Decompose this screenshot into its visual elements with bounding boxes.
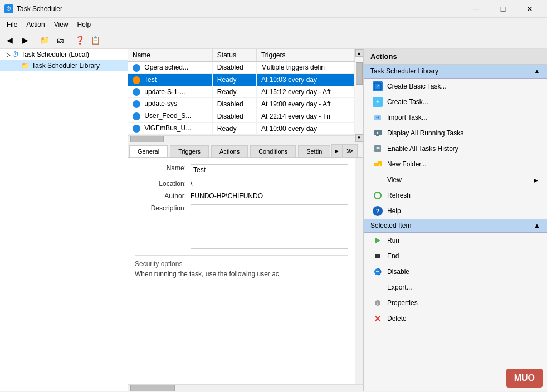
scroll-thumb[interactable] xyxy=(356,62,363,85)
task-list-area[interactable]: Name Status Triggers Opera sched... Disa… xyxy=(128,49,355,135)
window-title: Task Scheduler xyxy=(17,5,62,13)
col-triggers[interactable]: Triggers xyxy=(256,49,354,62)
task-name-cell: ViGEmBus_U... xyxy=(128,122,212,135)
tab-triggers[interactable]: Triggers xyxy=(170,145,209,157)
action-new-folder[interactable]: + New Folder... xyxy=(364,156,547,172)
tree-item-root-label: Task Scheduler (Local) xyxy=(21,51,89,58)
action-run[interactable]: Run xyxy=(364,233,547,248)
maximize-button[interactable]: □ xyxy=(490,1,516,17)
task-list-vscrollbar[interactable]: ▲ ▼ xyxy=(355,49,363,142)
name-input[interactable] xyxy=(191,164,348,175)
security-text: When running the task, use the following… xyxy=(135,270,348,278)
toolbar-separator-2 xyxy=(70,35,70,46)
task-trigger-cell: Multiple triggers defin xyxy=(256,62,354,74)
tree-item-library[interactable]: 📁 Task Scheduler Library xyxy=(0,60,128,71)
run-icon xyxy=(373,236,383,246)
export-label: Export... xyxy=(387,283,412,291)
tab-overflow[interactable]: ≫ xyxy=(343,144,358,157)
table-row[interactable]: User_Feed_S... Disabled At 22:14 every d… xyxy=(128,110,355,122)
detail-hscroll-thumb[interactable] xyxy=(130,385,175,391)
window-controls: ─ □ ✕ xyxy=(463,1,543,17)
action-import-task[interactable]: Import Task... xyxy=(364,110,547,125)
app-icon: ⏱ xyxy=(4,4,13,13)
action-properties[interactable]: i Properties xyxy=(364,295,547,311)
create-basic-task-icon: ✓ xyxy=(373,81,383,91)
library-section-header[interactable]: Task Scheduler Library ▲ xyxy=(364,65,547,79)
task-trigger-cell: At 10:00 every day xyxy=(256,122,354,135)
task-list-main: Name Status Triggers Opera sched... Disa… xyxy=(128,49,355,142)
description-row: Description: xyxy=(135,204,348,251)
tab-actions[interactable]: Actions xyxy=(211,145,248,157)
toolbar-help[interactable]: ❓ xyxy=(72,33,87,47)
view-icon xyxy=(373,175,383,185)
action-enable-history[interactable]: ☰ Enable All Tasks History xyxy=(364,141,547,156)
task-table: Name Status Triggers Opera sched... Disa… xyxy=(128,49,355,135)
action-create-task[interactable]: + Create Task... xyxy=(364,94,547,110)
close-button[interactable]: ✕ xyxy=(517,1,543,17)
scroll-up-btn[interactable]: ▲ xyxy=(355,49,363,57)
action-view[interactable]: View ▶ xyxy=(364,172,547,188)
task-trigger-cell: At 10:03 every day xyxy=(256,74,354,86)
toolbar-console[interactable]: 📋 xyxy=(88,33,102,47)
action-display-running[interactable]: ▶ Display All Running Tasks xyxy=(364,125,547,141)
task-name-cell: update-sys xyxy=(128,98,212,110)
svg-rect-13 xyxy=(375,254,380,258)
selected-section-header[interactable]: Selected Item ▲ xyxy=(364,219,547,233)
toolbar-folder[interactable]: 🗂 xyxy=(53,33,67,47)
tree-item-library-label: Task Scheduler Library xyxy=(32,62,100,70)
toolbar-open[interactable]: 📁 xyxy=(37,33,52,47)
menu-action[interactable]: Action xyxy=(22,19,49,30)
description-textarea[interactable] xyxy=(191,204,348,249)
table-row[interactable]: update-S-1-... Ready At 15:12 every day … xyxy=(128,86,355,98)
tab-conditions[interactable]: Conditions xyxy=(250,145,296,157)
table-row[interactable]: ViGEmBus_U... Ready At 10:00 every day xyxy=(128,122,355,135)
menu-bar: File Action View Help xyxy=(0,18,547,31)
menu-help[interactable]: Help xyxy=(73,19,96,30)
title-bar-left: ⏱ Task Scheduler xyxy=(4,4,62,13)
table-row[interactable]: Test Ready At 10:03 every day xyxy=(128,74,355,86)
action-delete[interactable]: Delete xyxy=(364,311,547,326)
svg-text:▶: ▶ xyxy=(377,131,379,134)
properties-label: Properties xyxy=(387,299,418,307)
tab-general[interactable]: General xyxy=(129,145,168,157)
refresh-label: Refresh xyxy=(387,192,411,199)
enable-history-label: Enable All Tasks History xyxy=(387,145,458,153)
tree-item-root[interactable]: ▷ ⏱ Task Scheduler (Local) xyxy=(0,49,128,60)
delete-label: Delete xyxy=(387,315,407,322)
task-name-cell: User_Feed_S... xyxy=(128,110,212,122)
library-section-arrow: ▲ xyxy=(534,67,540,75)
detail-hscrollbar[interactable] xyxy=(128,384,363,391)
toolbar: ◀ ▶ 📁 🗂 ❓ 📋 xyxy=(0,31,547,49)
author-label: Author: xyxy=(135,192,191,200)
action-disable[interactable]: Disable xyxy=(364,264,547,280)
action-end[interactable]: End xyxy=(364,248,547,264)
delete-icon xyxy=(373,313,383,324)
minimize-button[interactable]: ─ xyxy=(463,1,489,17)
action-export[interactable]: Export... xyxy=(364,280,547,295)
table-row[interactable]: Opera sched... Disabled Multiple trigger… xyxy=(128,62,355,74)
toolbar-back[interactable]: ◀ xyxy=(2,33,17,47)
menu-view[interactable]: View xyxy=(50,19,73,30)
action-refresh[interactable]: Refresh xyxy=(364,188,547,203)
col-status[interactable]: Status xyxy=(212,49,256,62)
tab-more[interactable]: ▸ xyxy=(331,144,343,157)
name-value xyxy=(191,164,348,175)
selected-section-arrow: ▲ xyxy=(534,222,540,229)
task-list-hscrollbar[interactable] xyxy=(128,135,355,142)
action-create-basic-task[interactable]: ✓ Create Basic Task... xyxy=(364,79,547,94)
author-value: FUNDO-HP\CHIFUNDO xyxy=(191,192,348,200)
table-row[interactable]: update-sys Disabled At 19:00 every day -… xyxy=(128,98,355,110)
task-status-cell: Ready xyxy=(212,122,256,135)
tab-settings[interactable]: Settin xyxy=(298,145,330,157)
detail-vscrollbar[interactable] xyxy=(355,158,363,384)
toolbar-forward[interactable]: ▶ xyxy=(18,33,32,47)
scroll-down-btn[interactable]: ▼ xyxy=(355,134,363,142)
create-basic-task-label: Create Basic Task... xyxy=(387,82,447,90)
task-trigger-cell: At 19:00 every day - Aft xyxy=(256,98,354,110)
root-icon: ⏱ xyxy=(12,51,19,58)
col-name[interactable]: Name xyxy=(128,49,212,62)
scroll-track[interactable] xyxy=(355,57,363,134)
name-row: Name: xyxy=(135,164,348,175)
menu-file[interactable]: File xyxy=(2,19,22,30)
action-help[interactable]: ? Help xyxy=(364,203,547,219)
